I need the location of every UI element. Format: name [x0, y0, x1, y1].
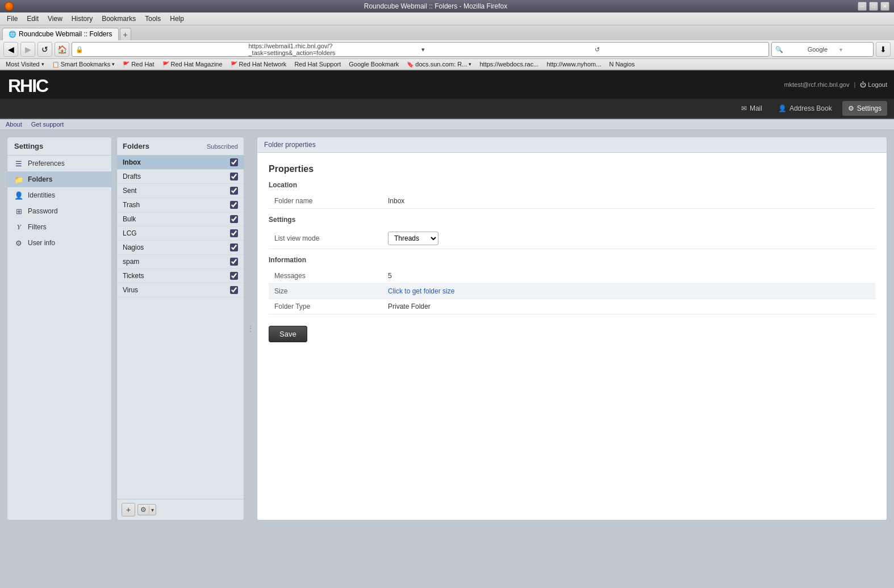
folder-item-trash[interactable]: Trash — [117, 198, 244, 212]
reload-button[interactable]: ↺ — [37, 42, 52, 57]
folder-name-nagios: Nagios — [123, 243, 144, 251]
bookmark-redhat[interactable]: 🚩 Red Hat — [119, 60, 157, 68]
tab-bar: 🌐 Roundcube Webmail :: Folders + — [0, 26, 894, 40]
size-label: Size — [269, 284, 382, 299]
folders-icon: 📁 — [14, 175, 23, 184]
folder-checkbox-virus[interactable] — [230, 286, 238, 294]
menu-edit[interactable]: Edit — [22, 14, 43, 24]
bookmark-nagios[interactable]: N Nagios — [605, 60, 638, 68]
settings-nav-preferences[interactable]: ☰ Preferences — [7, 156, 111, 171]
bookmark-google[interactable]: Google Bookmark — [345, 60, 402, 68]
folder-item-bulk[interactable]: Bulk — [117, 212, 244, 226]
folder-checkbox-inbox[interactable] — [230, 158, 238, 166]
save-button[interactable]: Save — [269, 326, 307, 342]
minimize-button[interactable]: ─ — [858, 2, 867, 11]
bookmark-webdocs[interactable]: https://webdocs.rac... — [476, 60, 542, 68]
settings-nav-user-info[interactable]: ⚙ User info — [7, 235, 111, 251]
bookmark-most-visited-arrow[interactable]: ▾ — [41, 61, 44, 67]
home-button[interactable]: 🏠 — [55, 42, 69, 57]
search-text[interactable]: Google — [808, 46, 838, 53]
folder-settings-dropdown[interactable]: ⚙ ▾ — [137, 504, 156, 515]
app-logo: RHIC — [7, 73, 64, 97]
address-text[interactable]: https://webmail1.rhic.bnl.gov/?_task=set… — [249, 43, 420, 56]
bookmark-smart-bookmarks[interactable]: 📋 Smart Bookmarks ▾ — [49, 60, 118, 68]
nav-address-book[interactable]: 👤 Address Book — [772, 101, 838, 116]
reload-address-icon[interactable]: ↺ — [595, 46, 766, 53]
settings-nav-folders[interactable]: 📁 Folders — [7, 171, 111, 187]
tab-roundcube[interactable]: 🌐 Roundcube Webmail :: Folders — [2, 28, 119, 40]
search-bar[interactable]: 🔍 Google ▾ — [771, 42, 874, 57]
downloads-button[interactable]: ⬇ — [876, 42, 891, 57]
folder-item-tickets[interactable]: Tickets — [117, 269, 244, 283]
logout-button[interactable]: ⏻ Logout — [860, 81, 887, 88]
folder-checkbox-nagios[interactable] — [230, 243, 238, 251]
folder-type-value: Private Folder — [382, 299, 875, 314]
folder-checkbox-trash[interactable] — [230, 201, 238, 209]
folder-item-nagios[interactable]: Nagios — [117, 241, 244, 255]
identities-label: Identities — [28, 191, 55, 199]
menu-file[interactable]: File — [2, 14, 22, 24]
nav-bar: ◀ ▶ ↺ 🏠 🔒 https://webmail1.rhic.bnl.gov/… — [0, 40, 894, 59]
maximize-button[interactable]: □ — [869, 2, 878, 11]
folder-item-virus[interactable]: Virus — [117, 283, 244, 297]
folder-checkbox-spam[interactable] — [230, 258, 238, 266]
folder-item-inbox[interactable]: Inbox — [117, 156, 244, 170]
nav-settings-label: Settings — [857, 104, 882, 112]
folder-item-sent[interactable]: Sent — [117, 184, 244, 198]
folder-item-spam[interactable]: spam — [117, 255, 244, 269]
menu-bookmarks[interactable]: Bookmarks — [97, 14, 140, 24]
mail-icon: ✉ — [741, 104, 747, 112]
bookmark-redhat-flag: 🚩 — [123, 61, 129, 68]
menu-view[interactable]: View — [43, 14, 67, 24]
size-cell: Click to get folder size — [382, 284, 875, 299]
settings-nav-password[interactable]: ⊞ Password — [7, 203, 111, 219]
folder-checkbox-lcg[interactable] — [230, 229, 238, 237]
folder-checkbox-sent[interactable] — [230, 187, 238, 195]
address-dropdown-icon[interactable]: ▾ — [421, 46, 592, 53]
menu-tools[interactable]: Tools — [140, 14, 165, 24]
folder-name-tickets: Tickets — [123, 272, 144, 280]
bookmark-nyhom[interactable]: http://www.nyhom... — [543, 60, 604, 68]
folder-settings-arrow: ▾ — [149, 506, 156, 514]
add-folder-button[interactable]: + — [122, 503, 135, 516]
add-icon: + — [126, 505, 131, 514]
list-view-cell: Messages Threads — [382, 228, 875, 249]
folder-item-drafts[interactable]: Drafts — [117, 170, 244, 184]
bookmark-smart-arrow[interactable]: ▾ — [112, 61, 115, 67]
folder-size-link[interactable]: Click to get folder size — [388, 287, 454, 295]
bookmark-smart-label: Smart Bookmarks — [61, 61, 110, 68]
search-dropdown-icon[interactable]: ▾ — [839, 47, 870, 53]
svg-text:RHIC: RHIC — [8, 75, 49, 95]
folder-item-lcg[interactable]: LCG — [117, 226, 244, 241]
bookmark-redhat-magazine[interactable]: 🚩 Red Hat Magazine — [159, 60, 226, 68]
password-icon: ⊞ — [14, 207, 23, 216]
back-button[interactable]: ◀ — [3, 42, 18, 57]
menu-help[interactable]: Help — [165, 14, 189, 24]
about-link[interactable]: About — [6, 121, 22, 128]
bookmark-redhat-support[interactable]: Red Hat Support — [291, 60, 344, 68]
size-row: Size Click to get folder size — [269, 284, 875, 299]
folder-checkbox-drafts[interactable] — [230, 173, 238, 180]
bookmark-most-visited-label: Most Visited — [6, 61, 40, 68]
bookmark-docs-sun[interactable]: 🔖 docs.sun.com: R... ▾ — [403, 60, 475, 68]
forward-button[interactable]: ▶ — [20, 42, 35, 57]
tab-label: Roundcube Webmail :: Folders — [19, 30, 112, 38]
list-view-select[interactable]: Messages Threads — [388, 232, 438, 245]
close-button[interactable]: ✕ — [880, 2, 889, 11]
settings-nav-filters[interactable]: Y Filters — [7, 219, 111, 235]
lock-icon: 🔒 — [76, 46, 247, 53]
bookmark-redhat-network[interactable]: 🚩 Red Hat Network — [227, 60, 290, 68]
filters-icon: Y — [14, 222, 23, 232]
bookmark-docs-sun-icon: 🔖 — [407, 61, 413, 68]
settings-nav-identities[interactable]: 👤 Identities — [7, 187, 111, 203]
nav-settings[interactable]: ⚙ Settings — [842, 101, 887, 116]
new-tab-button[interactable]: + — [120, 28, 131, 40]
folder-checkbox-tickets[interactable] — [230, 272, 238, 280]
get-support-link[interactable]: Get support — [31, 121, 64, 128]
nav-mail[interactable]: ✉ Mail — [736, 101, 768, 116]
bookmark-docs-sun-arrow[interactable]: ▾ — [469, 61, 471, 67]
bookmark-most-visited[interactable]: Most Visited ▾ — [2, 60, 48, 68]
address-bar[interactable]: 🔒 https://webmail1.rhic.bnl.gov/?_task=s… — [72, 42, 769, 57]
folder-checkbox-bulk[interactable] — [230, 215, 238, 223]
menu-history[interactable]: History — [67, 14, 97, 24]
